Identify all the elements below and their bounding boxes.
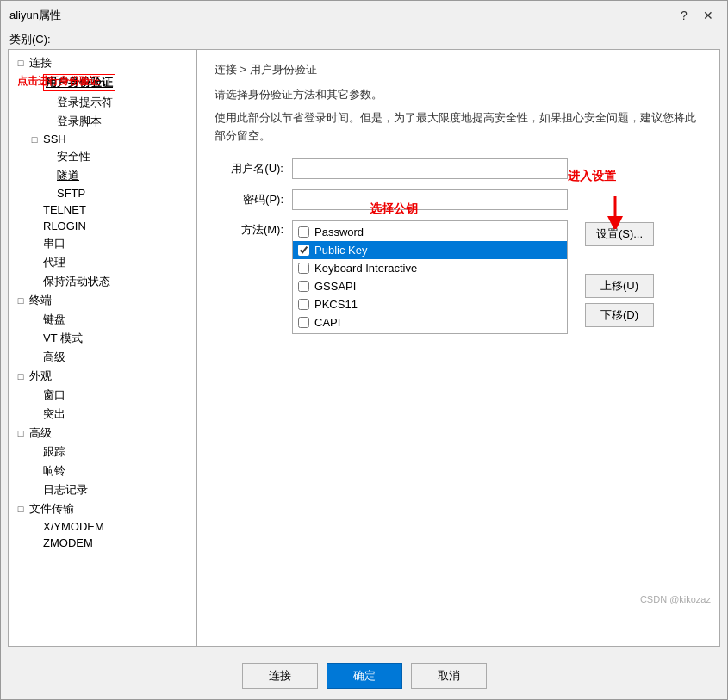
tree-item-login-script[interactable]: 登录脚本 [9, 112, 196, 131]
tree-label-proxy: 代理 [43, 255, 65, 270]
description: 请选择身份验证方法和其它参数。 使用此部分以节省登录时间。但是，为了最大限度地提… [215, 86, 702, 145]
tree-label-ssh: SSH [43, 133, 66, 146]
method-item-gssapi[interactable]: GSSAPI [293, 277, 567, 295]
tree-item-sftp[interactable]: SFTP [9, 185, 196, 201]
tree-item-user-auth[interactable]: 用户身份验证 [9, 72, 196, 93]
tree-label-vt-mode: VT 模式 [43, 331, 83, 346]
tree-item-advanced[interactable]: 高级 [9, 348, 196, 367]
tree-item-ssh[interactable]: □SSH [9, 131, 196, 147]
connect-button[interactable]: 连接 [242, 663, 318, 689]
tree-label-terminal: 终端 [29, 293, 52, 308]
username-row: 用户名(U): [215, 158, 702, 179]
tree-item-connection[interactable]: □连接 [9, 53, 196, 72]
tree-item-zmodem[interactable]: ZMODEM [9, 535, 196, 551]
window-title: aliyun属性 [9, 8, 61, 23]
method-checkbox-password[interactable] [298, 226, 309, 238]
tree-item-bell[interactable]: 响铃 [9, 462, 196, 480]
tree-item-security[interactable]: 安全性 [9, 147, 196, 166]
tree-label-keepalive: 保持活动状态 [43, 274, 110, 289]
tree-label-highlight: 突出 [43, 406, 65, 422]
main-dialog: aliyun属性 ? ✕ 类别(C): 点击进行身份验证 □连接用户身份验证登录… [0, 0, 728, 700]
tree-label-zmodem: ZMODEM [43, 536, 93, 549]
method-item-pkcs11[interactable]: PKCS11 [293, 295, 567, 313]
tree-item-xymodem[interactable]: X/YMODEM [9, 518, 196, 535]
tree-toggle-ssh: □ [28, 134, 41, 145]
tree-toggle-filetransfer: □ [14, 504, 28, 514]
tree-label-serial: 串口 [43, 236, 65, 251]
breadcrumb: 连接 > 用户身份验证 [215, 62, 702, 77]
tree-item-vt-mode[interactable]: VT 模式 [9, 329, 196, 348]
close-button[interactable]: ✕ [698, 6, 719, 25]
tree-item-telnet[interactable]: TELNET [9, 201, 196, 218]
tree-label-login-script: 登录脚本 [57, 114, 102, 129]
password-row: 密码(P): [215, 189, 702, 210]
tree-toggle-terminal: □ [14, 295, 28, 306]
tree-item-keyboard[interactable]: 键盘 [9, 310, 196, 329]
ok-button[interactable]: 确定 [327, 663, 402, 689]
help-button[interactable]: ? [674, 6, 694, 25]
tree-label-keyboard: 键盘 [43, 312, 65, 327]
cancel-button[interactable]: 取消 [411, 663, 487, 689]
tree-item-proxy[interactable]: 代理 [9, 253, 196, 272]
tree-label-bell: 响铃 [43, 463, 65, 479]
password-label: 密码(P): [215, 192, 283, 208]
method-item-keyboard[interactable]: Keyboard Interactive [293, 259, 567, 277]
tree-item-keepalive[interactable]: 保持活动状态 [9, 272, 196, 291]
method-label-keyboard: Keyboard Interactive [314, 262, 417, 275]
desc2: 使用此部分以节省登录时间。但是，为了最大限度地提高安全性，如果担心安全问题，建议… [215, 109, 702, 146]
method-label-password: Password [314, 226, 364, 238]
method-item-password[interactable]: Password [293, 223, 567, 241]
tree-item-serial[interactable]: 串口 [9, 234, 196, 253]
tree-label-tunnel: 隧道 [57, 168, 79, 183]
password-input[interactable] [292, 189, 568, 210]
tree-item-log[interactable]: 日志记录 [9, 480, 196, 499]
tree-toggle-appearance: □ [14, 371, 28, 381]
method-checkbox-keyboard[interactable] [298, 263, 309, 274]
method-checkbox-gssapi[interactable] [298, 281, 309, 292]
tree-label-window: 窗口 [43, 387, 65, 403]
watermark: CSDN @kikozaz [640, 594, 711, 604]
category-label: 类别(C): [1, 28, 727, 49]
down-button[interactable]: 下移(D) [585, 303, 654, 327]
tree-label-rlogin: RLOGIN [43, 220, 86, 232]
bottom-bar: 连接 确定 取消 [1, 654, 727, 699]
method-label-gssapi: GSSAPI [314, 280, 356, 293]
tree-label-appearance: 外观 [29, 369, 52, 384]
tree-label-advanced2: 高级 [29, 425, 52, 441]
settings-button[interactable]: 设置(S)... [585, 222, 654, 246]
method-label: 方法(M): [215, 220, 283, 238]
content-panel: 连接 > 用户身份验证 请选择身份验证方法和其它参数。 使用此部分以节省登录时间… [197, 49, 720, 647]
title-bar: aliyun属性 ? ✕ [1, 1, 727, 28]
title-controls: ? ✕ [674, 6, 719, 25]
tree-item-trace[interactable]: 跟踪 [9, 443, 196, 462]
tree-item-login-prompt[interactable]: 登录提示符 [9, 93, 196, 112]
tree-item-tunnel[interactable]: 隧道 [9, 166, 196, 185]
tree-item-filetransfer[interactable]: □文件传输 [9, 499, 196, 518]
tree-label-sftp: SFTP [57, 187, 85, 200]
tree-label-filetransfer: 文件传输 [29, 501, 74, 517]
side-buttons-container: 进入设置 设置(S)... [576, 220, 654, 327]
tree-label-log: 日志记录 [43, 482, 88, 498]
tree-panel: 点击进行身份验证 □连接用户身份验证登录提示符登录脚本□SSH安全性隧道SFTP… [8, 49, 197, 647]
tree-item-advanced2[interactable]: □高级 [9, 424, 196, 443]
method-item-publickey[interactable]: Public Key [293, 241, 567, 259]
tree-label-xymodem: X/YMODEM [43, 520, 104, 533]
side-buttons: 设置(S)... 上移(U) 下移(D) [585, 220, 654, 327]
tree-item-appearance[interactable]: □外观 [9, 367, 196, 386]
tree-item-window[interactable]: 窗口 [9, 386, 196, 405]
tree-item-rlogin[interactable]: RLOGIN [9, 218, 196, 234]
up-button[interactable]: 上移(U) [585, 274, 654, 298]
tree-toggle-connection: □ [14, 58, 28, 68]
tree-label-telnet: TELNET [43, 203, 86, 216]
method-item-capi[interactable]: CAPI [293, 313, 567, 331]
method-checkbox-pkcs11[interactable] [298, 299, 309, 310]
method-checkbox-capi[interactable] [298, 317, 309, 328]
username-input[interactable] [292, 158, 568, 179]
tree-item-terminal[interactable]: □终端 [9, 291, 196, 310]
desc1: 请选择身份验证方法和其它参数。 [215, 86, 702, 104]
method-label-pkcs11: PKCS11 [314, 298, 358, 311]
method-checkbox-publickey[interactable] [298, 245, 309, 256]
tree-label-advanced: 高级 [43, 350, 65, 365]
tree-item-highlight[interactable]: 突出 [9, 405, 196, 424]
breadcrumb-text: 连接 > 用户身份验证 [215, 63, 317, 76]
